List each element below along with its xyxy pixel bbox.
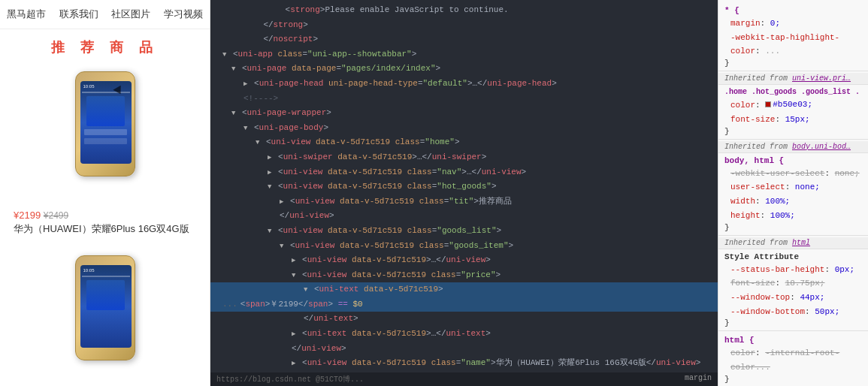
footer-margin: margin bbox=[685, 374, 712, 384]
style-close-brace-5: } bbox=[724, 375, 862, 384]
code-line: </strong> bbox=[210, 18, 718, 33]
code-line-selected: <uni-text data-v-5d71c519> bbox=[210, 282, 718, 297]
style-section-hot-goods: .home .hot_goods .goods_list . color: #b… bbox=[718, 85, 868, 140]
code-line-selected-content: ... <span>￥2199</span> == $0 bbox=[210, 297, 718, 312]
code-line: </uni-text> bbox=[210, 312, 718, 327]
code-line: <uni-text data-v-5d71c519>…</uni-text> bbox=[210, 327, 718, 342]
footer-url: https://blog.csdn.net @51CTO博... bbox=[216, 374, 364, 384]
product-image: 10:05 bbox=[38, 71, 173, 207]
code-line: <uni-view data-v-5d71c519 class="name">华… bbox=[210, 356, 718, 371]
code-line: </uni-view> bbox=[210, 209, 718, 224]
price-new: ¥2199 bbox=[14, 210, 41, 221]
nav-bar: 黑马超市 联系我们 社区图片 学习视频 bbox=[0, 0, 210, 29]
code-line: <uni-view data-v-5d71c519>…</uni-view> bbox=[210, 253, 718, 268]
style-prop-user-select: user-select: none; bbox=[724, 180, 862, 195]
style-prop: margin: 0; bbox=[724, 17, 862, 31]
style-section-html: html { color: -internal-root-color... } bbox=[718, 333, 868, 386]
style-close-brace-3: } bbox=[724, 223, 862, 232]
inherited-label-1: Inherited from uni-view.pri… bbox=[718, 73, 868, 85]
style-prop: -webkit-tap-highlight-color: ... bbox=[724, 31, 862, 59]
code-line: <uni-swiper data-v-5d71c519>…</uni-swipe… bbox=[210, 150, 718, 165]
style-prop-fontsize2: font-size: 18.75px; bbox=[724, 276, 862, 291]
price-old: ¥2499 bbox=[44, 210, 68, 221]
code-line: </noscript> bbox=[210, 32, 718, 47]
product-image-2: 10:05 bbox=[38, 255, 173, 386]
app-preview-panel: 黑马超市 联系我们 社区图片 学习视频 推 荐 商 品 10:05 bbox=[0, 0, 210, 386]
style-selector-2: .home .hot_goods .goods_list . bbox=[724, 88, 862, 96]
styles-panel: * { margin: 0; -webkit-tap-highlight-col… bbox=[718, 0, 868, 386]
code-line: <uni-page-body> bbox=[210, 121, 718, 136]
style-prop-window-bottom: --window-bottom: 50px; bbox=[724, 305, 862, 319]
style-section-body: body, html { -webkit-user-select: none; … bbox=[718, 153, 868, 236]
code-line: </uni-view> bbox=[210, 342, 718, 357]
products-grid: 10:05 ¥2199 ¥2499 华为（HUAWEI）荣耀6Plus 16G双… bbox=[0, 65, 210, 386]
code-line: <uni-view data-v-5d71c519 class="home"> bbox=[210, 135, 718, 150]
style-prop-status-bar: --status-bar-height: 0px; bbox=[724, 263, 862, 277]
product-card[interactable]: 10:05 ¥2199 ¥2499 华为（HUAWEI）荣耀6Plus 16G双… bbox=[8, 65, 202, 242]
style-close-brace: } bbox=[724, 59, 862, 68]
color-swatch bbox=[765, 101, 771, 107]
code-line: <strong>Please enable JavaScript to cont… bbox=[210, 3, 718, 18]
nav-item-contact[interactable]: 联系我们 bbox=[53, 5, 105, 24]
code-line: <uni-view data-v-5d71c519 class="goods_i… bbox=[210, 239, 718, 254]
style-close-brace-4: } bbox=[724, 318, 862, 327]
style-section-style-attr: Style Attribute --status-bar-height: 0px… bbox=[718, 249, 868, 332]
price-row: ¥2199 ¥2499 bbox=[14, 210, 196, 221]
footer-bar: https://blog.csdn.net @51CTO博... margin bbox=[210, 372, 718, 386]
inherited-label-2: Inherited from body.uni-bod… bbox=[718, 141, 868, 153]
inherited-label-3: Inherited from html bbox=[718, 237, 868, 249]
code-line: <uni-page data-page="pages/index/index"> bbox=[210, 62, 718, 77]
style-selector-3: body, html { bbox=[724, 156, 862, 165]
code-line: <uni-page-head uni-page-head-type="defau… bbox=[210, 77, 718, 92]
style-attribute-title: Style Attribute bbox=[724, 252, 862, 261]
code-line: <uni-app class="uni-app--showtabbar"> bbox=[210, 47, 718, 62]
style-prop-height: height: 100%; bbox=[724, 209, 862, 223]
code-line: <uni-view data-v-5d71c519 class="price"> bbox=[210, 268, 718, 283]
code-line: <uni-view data-v-5d71c519 class="tit">推荐… bbox=[210, 195, 718, 210]
code-line: <uni-view data-v-5d71c519 class="nav">…<… bbox=[210, 165, 718, 180]
code-line: <!----> bbox=[210, 92, 718, 107]
product-card[interactable]: 10:05 ¥2199 ¥2499 华为（HUAWEI）荣耀6Plus 16G双… bbox=[8, 249, 202, 386]
style-selector-html: html { bbox=[724, 336, 862, 345]
style-prop-color2: color: -internal-root-color... bbox=[724, 346, 862, 374]
style-prop-width: width: 100%; bbox=[724, 195, 862, 209]
style-prop-webkit-select: -webkit-user-select: none; bbox=[724, 167, 862, 181]
style-prop-color: color: #b50e03; bbox=[724, 98, 862, 113]
style-close-brace-2: } bbox=[724, 127, 862, 136]
code-line: <uni-view data-v-5d71c519 class="hot_goo… bbox=[210, 179, 718, 195]
style-prop-fontsize: font-size: 15px; bbox=[724, 113, 862, 127]
code-panel[interactable]: <strong>Please enable JavaScript to cont… bbox=[210, 0, 718, 386]
nav-item-supermarket[interactable]: 黑马超市 bbox=[0, 5, 53, 24]
style-section-universal: * { margin: 0; -webkit-tap-highlight-col… bbox=[718, 3, 868, 71]
style-selector: * { bbox=[724, 6, 862, 15]
code-line: <uni-view data-v-5d71c519 class="goods_l… bbox=[210, 224, 718, 239]
recommended-title: 推 荐 商 品 bbox=[0, 29, 210, 65]
nav-item-community[interactable]: 社区图片 bbox=[105, 5, 158, 24]
code-line: <uni-page-wrapper> bbox=[210, 106, 718, 121]
nav-item-videos[interactable]: 学习视频 bbox=[157, 5, 210, 24]
style-prop-window-top: --window-top: 44px; bbox=[724, 291, 862, 305]
product-name: 华为（HUAWEI）荣耀6Plus 16G双4G版 bbox=[14, 222, 196, 236]
